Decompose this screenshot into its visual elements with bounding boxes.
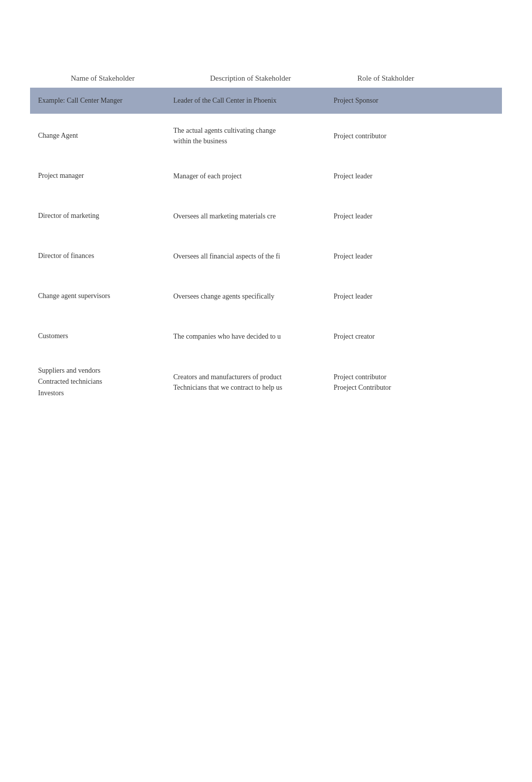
table-row: Suppliers and vendorsContracted technici… — [30, 356, 502, 408]
row-role: Project contributor — [331, 131, 441, 141]
row-role: Project leader — [331, 171, 441, 181]
row-role: Project contributorProeject Contributor — [331, 372, 441, 393]
header-col2: Description of Stakeholder — [170, 74, 331, 83]
row-description: The companies who have decided to u — [170, 331, 331, 342]
stakeholder-table: Name of Stakeholder Description of Stake… — [30, 70, 502, 408]
row-description: Manager of each project — [170, 171, 331, 181]
row-role: Project leader — [331, 291, 441, 302]
row-name: Suppliers and vendorsContracted technici… — [35, 365, 170, 399]
row-name: Change agent supervisors — [35, 291, 170, 302]
table-row: Change agent supervisors Oversees change… — [30, 276, 502, 316]
table-header: Name of Stakeholder Description of Stake… — [30, 70, 502, 87]
row-name: Director of finances — [35, 250, 170, 262]
table-row: Director of marketing Oversees all marke… — [30, 196, 502, 236]
example-name: Example: Call Center Manger — [35, 97, 170, 105]
header-col3: Role of Stakholder — [331, 74, 441, 83]
table-row: Project manager Manager of each project … — [30, 156, 502, 196]
example-role: Project Sponsor — [331, 97, 441, 105]
row-description: Oversees change agents specifically — [170, 291, 331, 302]
row-role: Project leader — [331, 211, 441, 221]
row-role: Project leader — [331, 251, 441, 262]
example-description: Leader of the Call Center in Phoenix — [170, 97, 331, 105]
row-description: Oversees all financial aspects of the fi — [170, 251, 331, 262]
row-description: The actual agents cultivating changewith… — [170, 125, 331, 146]
row-role: Project creator — [331, 331, 441, 342]
row-name: Project manager — [35, 170, 170, 181]
row-name: Change Agent — [35, 130, 170, 141]
row-description: Creators and manufacturers of productTec… — [170, 372, 331, 393]
example-row: Example: Call Center Manger Leader of th… — [30, 88, 502, 114]
row-description: Oversees all marketing materials cre — [170, 211, 331, 221]
row-name: Customers — [35, 331, 170, 342]
row-name: Director of marketing — [35, 210, 170, 221]
table-row: Change Agent The actual agents cultivati… — [30, 116, 502, 156]
table-row: Customers The companies who have decided… — [30, 316, 502, 356]
header-col1: Name of Stakeholder — [35, 74, 170, 83]
table-row: Director of finances Oversees all financ… — [30, 236, 502, 276]
